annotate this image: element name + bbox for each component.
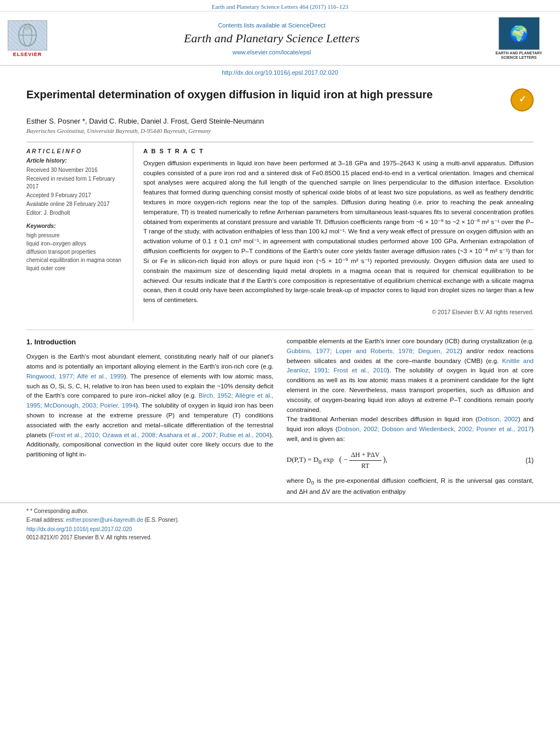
accepted-date: Accepted 9 February 2017 [26,192,125,199]
ref-frost2010b[interactable]: Frost et al., 2010 [334,367,388,373]
affiliation-line: Bayerisches Geoinstitut, Universität Bay… [26,127,534,134]
ref-poirier[interactable]: Poirier, 1994 [100,402,136,409]
editor-info: Editor: J. Brodholt [26,209,125,217]
ref-knittle[interactable]: Knittle and Jeanloz, 1991; [287,358,534,374]
article-doi-top[interactable]: http://dx.doi.org/10.1016/j.epsl.2017.02… [0,66,560,77]
footnote-section: * * Corresponding author. E-mail address… [0,503,560,524]
ref-frost2010[interactable]: Frost et al., 2010; [51,432,100,438]
intro-section-heading: 1. Introduction [26,337,273,348]
issn-line: 0012-821X/© 2017 Elsevier B.V. All right… [26,533,534,542]
intro-left-text: Oxygen is the Earth's most abundant elem… [26,352,273,460]
introduction-section: 1. Introduction Oxygen is the Earth's mo… [0,337,560,497]
svg-rect-0 [11,22,44,48]
equation-text: D(P,T) = D0 exp ( − ΔH + PΔV RT ), [287,450,388,471]
authors-line: Esther S. Posner *, David C. Rubie, Dani… [26,117,534,125]
article-body: A R T I C L E I N F O Article history: R… [26,142,534,321]
contents-available-line: Contents lists available at ScienceDirec… [60,22,483,29]
doi-footer[interactable]: http://dx.doi.org/10.1016/j.epsl.2017.02… [26,525,534,533]
ref-dobson-wiedenbeck[interactable]: Dobson and Wiedenbeck, 2002; [382,426,474,432]
received-revised-date: Received in revised form 1 February 2017 [26,175,125,191]
keywords-label: Keywords: [26,222,125,229]
copyright-line: © 2017 Elsevier B.V. All rights reserved… [143,309,534,315]
earth-logo-text: EARTH AND PLANETARY SCIENCE LETTERS [494,51,544,60]
ref-dobson2002b[interactable]: Dobson, 2002; [338,426,379,432]
ref-ringwood[interactable]: Ringwood, 1977; [26,373,75,380]
elsevier-brand-text: ELSEVIER [13,52,42,57]
svg-point-1 [19,24,36,46]
received-date: Received 30 November 2016 [26,166,125,174]
keyword-4: chemical equilibration in magma ocean [26,256,125,264]
sciencedirect-link[interactable]: ScienceDirect [288,22,326,29]
equation-1: D(P,T) = D0 exp ( − ΔH + PΔV RT ), (1) [287,450,534,471]
ref-ozawa[interactable]: Ozawa et al., 2008; [102,432,157,438]
svg-point-4 [24,25,31,30]
star-symbol: * [26,507,29,514]
section-divider [26,330,534,330]
ref-rubie[interactable]: Rubie et al., 2004 [220,432,270,438]
elsevier-logo-container: ELSEVIER [5,20,49,57]
ref-dobson2002a[interactable]: Dobson, 2002 [478,416,518,422]
article-title-text: Experimental determination of oxygen dif… [26,87,433,102]
elsevier-logo-image [8,20,47,51]
article-info-title: A R T I C L E I N F O [26,148,125,154]
bottom-footer: http://dx.doi.org/10.1016/j.epsl.2017.02… [0,524,560,545]
ref-alfe[interactable]: Alfè et al., 1999 [77,373,124,380]
article-main: Experimental determination of oxygen dif… [0,87,560,321]
ref-loper[interactable]: Loper and Roberts, 1978; [336,348,415,354]
available-online-date: Available online 28 February 2017 [26,200,125,208]
intro-right-text: compatible elements at the Earth's inner… [287,337,534,497]
article-info-section: A R T I C L E I N F O Article history: R… [26,142,133,321]
keyword-2: liquid iron–oxygen alloys [26,239,125,248]
keyword-5: liquid outer core [26,264,125,272]
crossmark-icon: ✓ [511,88,534,111]
journal-center-info: Contents lists available at ScienceDirec… [49,22,494,55]
earth-logo-image [499,17,540,50]
ref-deguen[interactable]: Deguen, 2012 [418,348,460,354]
journal-reference: Earth and Planetary Science Letters 464 … [211,3,348,10]
intro-right-column: compatible elements at the Earth's inner… [287,337,534,497]
ref-gubbins[interactable]: Gubbins, 1977; [287,348,332,354]
email-note: E-mail address: esther.posner@uni-bayreu… [26,516,534,524]
abstract-title: A B S T R A C T [143,148,534,154]
ref-asahara[interactable]: Asahara et al., 2007; [159,432,217,438]
svg-point-2 [23,24,32,46]
crossmark-badge[interactable]: ✓ [511,88,534,111]
ref-mcdonough[interactable]: McDonough, 2003; [44,402,98,409]
ref-birch[interactable]: Birch, 1952; [199,392,233,399]
article-title-block: Experimental determination of oxygen dif… [26,87,534,111]
intro-left-column: 1. Introduction Oxygen is the Earth's mo… [26,337,273,497]
keyword-1: high pressure [26,231,125,239]
keyword-3: diffusion transport properties [26,248,125,256]
author-email[interactable]: esther.posner@uni-bayreuth.de [66,517,143,523]
equation-number: (1) [525,455,534,466]
corresponding-author-note: * * Corresponding author. [26,506,534,516]
journal-title: Earth and Planetary Science Letters [60,31,483,47]
journal-topbar: Earth and Planetary Science Letters 464 … [0,0,560,12]
abstract-section: A B S T R A C T Oxygen diffusion experim… [133,142,534,321]
journal-url[interactable]: www.elsevier.com/locate/epsl [60,49,483,55]
journal-header: ELSEVIER Contents lists available at Sci… [0,12,560,66]
abstract-text: Oxygen diffusion experiments in liquid i… [143,159,534,305]
history-label: Article history: [26,157,125,164]
ref-posner2017[interactable]: Posner et al., 2017 [477,426,532,432]
earth-logo-container: EARTH AND PLANETARY SCIENCE LETTERS [494,17,544,60]
